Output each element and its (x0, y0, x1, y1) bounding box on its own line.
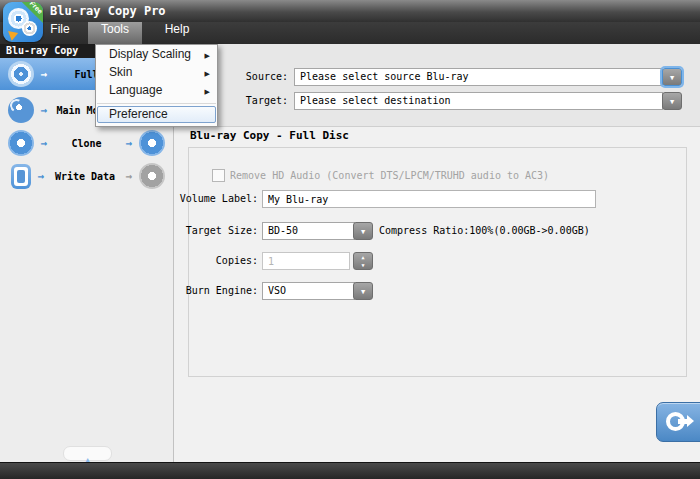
target-size-label: Target Size: (153, 225, 258, 236)
copies-label: Copies: (153, 255, 258, 266)
sidebar-item-label: Clone (54, 138, 119, 149)
submenu-arrow-icon: ▶ (205, 47, 210, 65)
burn-engine-dropdown-button[interactable]: ▼ (353, 282, 373, 300)
arrow-right-icon: → (34, 104, 54, 117)
clone-disc-icon (8, 130, 34, 156)
menu-separator (97, 103, 216, 104)
disc-arrow-icon (687, 415, 694, 427)
arrow-right-icon: → (119, 137, 139, 150)
sidebar-item-write-data[interactable]: → Write Data → (0, 160, 173, 192)
source-label: Source: (208, 71, 288, 82)
menu-file[interactable]: File (36, 22, 84, 44)
sidebar-item-label: Write Data (51, 171, 119, 182)
volume-label-label: Volume Label: (153, 193, 258, 204)
volume-label-input[interactable] (262, 190, 596, 208)
target-disc-icon (139, 163, 165, 189)
sidebar-item-clone[interactable]: → Clone → (0, 127, 173, 159)
target-combobox[interactable]: Please select destination (294, 92, 663, 110)
arrow-right-icon: → (31, 170, 51, 183)
sidebar-collapse-button[interactable]: ▲ (63, 446, 112, 461)
window-title: Blu-ray Copy Pro (50, 4, 166, 18)
submenu-arrow-icon: ▶ (205, 83, 210, 101)
menu-item-label: Language (109, 83, 162, 97)
chevron-down-icon: ▼ (361, 228, 365, 236)
copies-spinner[interactable]: ▲ ▼ (353, 252, 373, 270)
menu-item-label: Display Scaling (109, 47, 191, 61)
menu-tools[interactable]: Tools (88, 22, 142, 44)
source-dropdown-button[interactable]: ▼ (662, 68, 682, 86)
chevron-down-icon: ▼ (361, 288, 365, 296)
remove-hd-audio-label: Remove HD Audio (Convert DTS/LPCM/TRUHD … (230, 170, 549, 181)
copies-input[interactable] (262, 252, 350, 270)
menu-item-skin[interactable]: Skin ▶ (96, 65, 217, 83)
remove-hd-audio-checkbox[interactable] (212, 169, 225, 182)
arrow-right-icon: → (119, 170, 139, 183)
menu-item-label: Skin (109, 65, 132, 79)
target-disc-icon (139, 130, 165, 156)
menubar: File Tools Help (0, 22, 700, 45)
menu-item-label: Preference (109, 107, 168, 121)
arrow-right-icon: → (34, 68, 54, 81)
menu-item-preference[interactable]: Preference (97, 106, 216, 123)
spinner-down-icon[interactable]: ▼ (354, 261, 372, 269)
source-combobox[interactable]: Please select source Blu-ray (294, 68, 663, 86)
statusbar (0, 462, 700, 479)
tools-dropdown-menu: Display Scaling ▶ Skin ▶ Language ▶ Pref… (95, 44, 218, 127)
app-logo-icon: Free (3, 2, 43, 42)
disc-arrow-icon (678, 419, 687, 424)
submenu-arrow-icon: ▶ (205, 65, 210, 83)
burn-engine-combobox[interactable]: VSO (262, 282, 355, 300)
chevron-down-icon: ▼ (670, 98, 674, 106)
target-dropdown-button[interactable]: ▼ (662, 92, 682, 110)
small-disc-icon (22, 21, 37, 36)
start-copy-button[interactable] (656, 402, 700, 442)
compress-ratio-text: Compress Ratio:100%(0.00GB->0.00GB) (379, 225, 590, 236)
full-disc-icon (8, 61, 34, 87)
section-title: Blu-ray Copy - Full Disc (190, 129, 349, 142)
main-movie-disc-icon (8, 97, 34, 123)
source-target-panel: Source: Please select source Blu-ray ▼ T… (174, 44, 700, 127)
data-file-icon (11, 164, 31, 189)
arrow-right-icon: → (34, 137, 54, 150)
target-label: Target: (208, 95, 288, 106)
titlebar[interactable]: Blu-ray Copy Pro (0, 0, 700, 22)
target-size-dropdown-button[interactable]: ▼ (353, 222, 373, 240)
spinner-up-icon[interactable]: ▲ (354, 253, 372, 261)
menu-help[interactable]: Help (154, 22, 200, 44)
target-size-combobox[interactable]: BD-50 (262, 222, 355, 240)
chevron-down-icon: ▼ (670, 74, 674, 82)
burn-engine-label: Burn Engine: (153, 285, 258, 296)
menu-item-display-scaling[interactable]: Display Scaling ▶ (96, 47, 217, 65)
app-window: Blu-ray Copy Pro Free File Tools Help Di… (0, 0, 700, 479)
orange-arrow-icon (5, 27, 18, 40)
menu-item-language[interactable]: Language ▶ (96, 83, 217, 101)
